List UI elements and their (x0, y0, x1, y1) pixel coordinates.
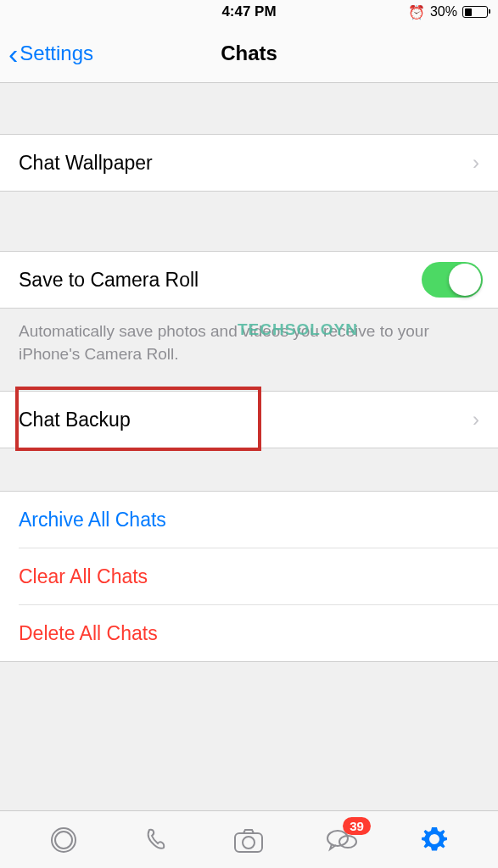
svg-point-1 (55, 832, 72, 849)
section-actions: Archive All Chats Clear All Chats Delete… (0, 491, 498, 662)
tab-settings[interactable] (416, 821, 453, 859)
svg-point-4 (327, 831, 348, 846)
label-clear-all: Clear All Chats (19, 565, 148, 588)
label-chat-backup: Chat Backup (19, 409, 131, 431)
battery-icon (462, 6, 488, 18)
nav-header: ‹ Settings Chats (0, 24, 498, 83)
tab-calls[interactable] (137, 821, 175, 859)
tab-chats[interactable]: 39 (323, 821, 361, 859)
chevron-right-icon: › (473, 151, 479, 175)
phone-icon (141, 825, 171, 855)
battery-percent: 30% (430, 4, 457, 19)
toggle-camera-roll[interactable] (422, 262, 483, 298)
status-circle-icon (48, 825, 79, 855)
label-chat-wallpaper: Chat Wallpaper (19, 152, 153, 175)
section-backup: Chat Backup › (0, 391, 498, 448)
section-wallpaper: Chat Wallpaper › (0, 134, 498, 192)
chats-badge: 39 (343, 817, 371, 835)
footer-camera-roll: Automatically save photos and videos you… (0, 309, 498, 391)
status-bar: 4:47 PM ⏰ 30% (0, 0, 498, 24)
camera-icon (232, 825, 266, 855)
label-archive-all: Archive All Chats (19, 509, 166, 531)
row-chat-backup[interactable]: Chat Backup › (0, 392, 498, 448)
tab-bar: 39 (0, 810, 498, 868)
row-chat-wallpaper[interactable]: Chat Wallpaper › (0, 135, 498, 191)
alarm-icon: ⏰ (408, 4, 425, 20)
section-camera-roll: Save to Camera Roll (0, 251, 498, 309)
tab-status[interactable] (45, 821, 82, 859)
row-camera-roll: Save to Camera Roll (0, 252, 498, 308)
tab-camera[interactable] (230, 821, 267, 859)
label-camera-roll: Save to Camera Roll (19, 269, 199, 292)
toggle-knob (449, 264, 481, 296)
chevron-right-icon: › (473, 408, 479, 431)
watermark-text: TECHSOLOYN (238, 319, 358, 342)
back-label: Settings (20, 42, 93, 65)
svg-point-3 (243, 837, 255, 849)
status-right-cluster: ⏰ 30% (408, 4, 488, 20)
row-clear-all[interactable]: Clear All Chats (0, 548, 498, 604)
label-delete-all: Delete All Chats (19, 622, 158, 645)
gear-icon (419, 825, 450, 855)
status-time: 4:47 PM (221, 3, 276, 20)
back-button[interactable]: ‹ Settings (0, 39, 93, 68)
row-archive-all[interactable]: Archive All Chats (0, 492, 498, 548)
row-delete-all[interactable]: Delete All Chats (0, 605, 498, 661)
page-title: Chats (221, 42, 277, 65)
chevron-left-icon: ‹ (8, 39, 18, 68)
